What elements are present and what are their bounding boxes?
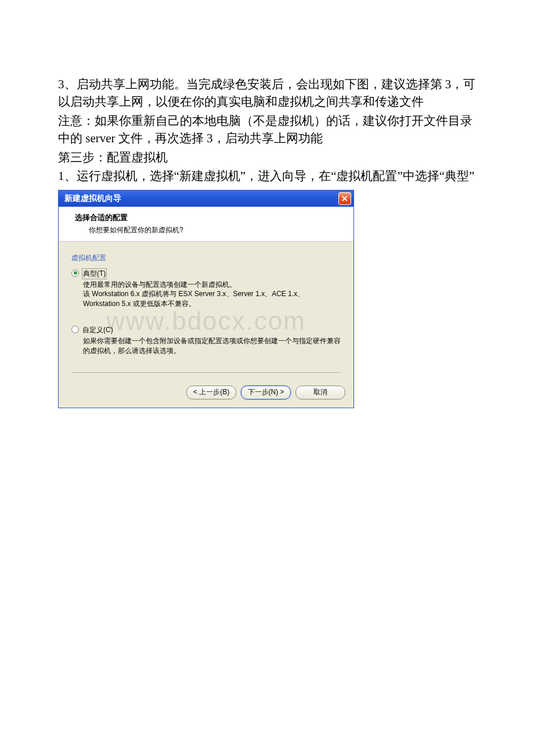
separator	[71, 372, 341, 373]
radio-custom[interactable]: 自定义(C)	[71, 325, 341, 335]
next-button[interactable]: 下一步(N) >	[241, 386, 291, 399]
dialog-titlebar: 新建虚拟机向导 ✕	[59, 190, 353, 207]
back-button[interactable]: < 上一步(B)	[186, 386, 236, 399]
vm-config-group-label: 虚拟机配置	[71, 253, 341, 263]
radio-icon	[71, 269, 79, 277]
dialog-header-title: 选择合适的配置	[75, 213, 348, 223]
cancel-button[interactable]: 取消	[295, 386, 345, 399]
new-vm-wizard-dialog: www.bdocx.com 新建虚拟机向导 ✕ 选择合适的配置 你想要如何配置你…	[58, 190, 354, 408]
dialog-title: 新建虚拟机向导	[64, 193, 121, 204]
doc-paragraph-4: 1、运行虚拟机，选择“新建虚拟机”，进入向导，在“虚拟机配置”中选择“典型”	[58, 167, 476, 185]
radio-custom-description: 如果你需要创建一个包含附加设备或指定配置选项或你想要创建一个与指定硬件兼容的虚拟…	[83, 336, 341, 356]
dialog-body: 虚拟机配置 典型(T) 使用最常用的设备与配置选项创建一个新虚拟机。 该 Wor…	[59, 242, 353, 381]
radio-typical[interactable]: 典型(T)	[71, 269, 341, 279]
dialog-button-row: < 上一步(B) 下一步(N) > 取消	[59, 381, 353, 408]
radio-custom-label: 自定义(C)	[82, 325, 113, 335]
close-icon: ✕	[341, 194, 348, 203]
radio-typical-description: 使用最常用的设备与配置选项创建一个新虚拟机。 该 Workstation 6.x…	[83, 280, 341, 309]
doc-paragraph-3: 第三步：配置虚拟机	[58, 149, 476, 166]
doc-paragraph-2: 注意：如果你重新自己的本地电脑（不是虚拟机）的话，建议你打开文件目录中的 ser…	[58, 112, 476, 147]
close-button[interactable]: ✕	[338, 192, 351, 205]
dialog-header-subtitle: 你想要如何配置你的新虚拟机?	[89, 225, 348, 235]
dialog-header-pane: 选择合适的配置 你想要如何配置你的新虚拟机?	[59, 207, 353, 242]
radio-typical-label: 典型(T)	[82, 269, 106, 279]
radio-icon	[71, 326, 79, 333]
doc-paragraph-1: 3、启动共享上网功能。当完成绿色安装后，会出现如下图，建议选择第 3，可以启动共…	[58, 75, 476, 111]
